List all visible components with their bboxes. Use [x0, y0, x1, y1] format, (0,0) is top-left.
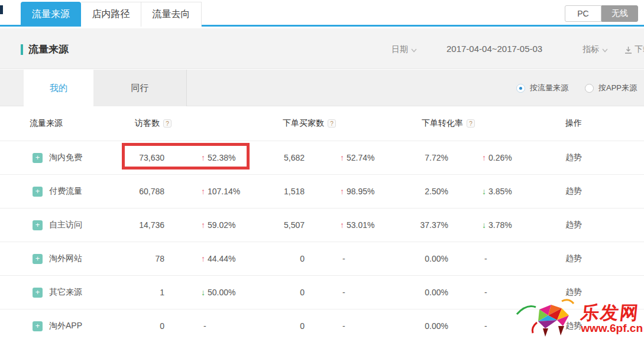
download-button[interactable]: 下载: [624, 44, 644, 55]
conversion-value: 0.00%: [405, 288, 461, 297]
trend-link[interactable]: 趋势: [535, 152, 612, 163]
conversion-change: ↓3.78%: [461, 220, 535, 230]
buyers-value: 1,518: [263, 187, 310, 196]
source-cell: +淘外网站: [0, 253, 118, 264]
source-name: 淘外APP: [49, 321, 82, 331]
trend-link[interactable]: 趋势: [535, 220, 612, 230]
col-header-source: 流量来源: [0, 118, 118, 129]
conversion-value: 0.00%: [405, 254, 461, 263]
subtab-mine[interactable]: 我的: [24, 70, 93, 107]
visitors-change: -: [171, 321, 263, 331]
watermark-site-url: www.6pf.cn: [581, 322, 643, 335]
conversion-change: ↑0.26%: [461, 153, 535, 162]
buyers-value: 5,682: [263, 153, 310, 162]
radio-label: 按APP来源: [598, 83, 637, 93]
conversion-value: 0.00%: [405, 321, 461, 331]
buyers-change: ↑52.74%: [310, 153, 405, 162]
trend-arrow-icon: ↑: [340, 153, 344, 162]
page-header: 流量来源 日期 2017-04-04~2017-05-03 指标 下载: [0, 28, 644, 69]
visitors-value: 14,736: [118, 220, 171, 230]
visitors-value: 0: [118, 321, 171, 331]
radio-by-traffic-source[interactable]: 按流量来源: [516, 83, 568, 93]
buyers-value: 0: [263, 254, 310, 263]
visitors-change: ↑59.02%: [171, 220, 263, 230]
visitors-value: 60,788: [118, 187, 171, 196]
table-row: +自主访问14,736↑59.02%5,507↑53.01%37.37%↓3.7…: [0, 208, 644, 242]
trend-link[interactable]: 趋势: [535, 253, 612, 264]
title-accent-bar: [21, 44, 23, 55]
date-dropdown[interactable]: 日期: [391, 44, 417, 55]
trend-arrow-icon: ↓: [201, 288, 205, 297]
chevron-down-icon: [602, 48, 608, 53]
watermark: 乐发网 www.6pf.cn: [514, 296, 643, 339]
trend-arrow-icon: ↑: [201, 220, 205, 230]
buyers-change: -: [310, 321, 405, 331]
expand-plus-icon[interactable]: +: [33, 254, 43, 264]
buyers-value: 0: [263, 288, 310, 297]
source-name: 淘外网站: [49, 253, 82, 264]
date-range-value[interactable]: 2017-04-04~2017-05-03: [446, 44, 542, 54]
source-mode-radios: 按流量来源 按APP来源: [516, 70, 637, 106]
sub-tab-bar: 我的 同行 按流量来源 按APP来源: [0, 70, 644, 106]
wireless-toggle-button[interactable]: 无线: [601, 5, 638, 22]
table-row: +淘外网站78↑44.44%0-0.00%-趋势: [0, 242, 644, 275]
edge-artifact: [0, 5, 3, 14]
buyers-change: ↑53.01%: [310, 220, 405, 230]
trend-link[interactable]: 趋势: [535, 186, 612, 197]
pc-toggle-button[interactable]: PC: [565, 5, 601, 22]
expand-plus-icon[interactable]: +: [33, 321, 43, 331]
source-name: 自主访问: [49, 220, 82, 230]
trend-arrow-icon: ↑: [340, 187, 344, 196]
radio-label: 按流量来源: [530, 83, 568, 93]
source-cell: +付费流量: [0, 186, 118, 197]
visitors-change: ↑44.44%: [171, 254, 263, 263]
buyers-change: ↑98.95%: [310, 187, 405, 196]
device-toggle: PC 无线: [565, 5, 638, 22]
analytics-page: 流量来源 店内路径 流量去向 PC 无线 流量来源 日期 2017-04-04~…: [0, 0, 644, 339]
expand-plus-icon[interactable]: +: [33, 187, 43, 197]
page-title-text: 流量来源: [28, 43, 69, 56]
download-label: 下载: [635, 44, 644, 55]
metric-dropdown-label: 指标: [582, 44, 599, 55]
radio-by-app-source[interactable]: 按APP来源: [585, 83, 637, 93]
source-cell: +淘内免费: [0, 152, 118, 163]
tab-instore-path[interactable]: 店内路径: [81, 2, 141, 27]
col-header-action: 操作: [535, 118, 612, 129]
col-header-visitors: 访客数 ?: [118, 118, 263, 129]
source-cell: +自主访问: [0, 220, 118, 230]
radio-dot-icon: [585, 84, 594, 93]
trend-arrow-icon: ↑: [201, 254, 205, 263]
conversion-value: 2.50%: [405, 187, 461, 196]
download-icon: [624, 46, 632, 54]
expand-plus-icon[interactable]: +: [33, 288, 43, 298]
help-icon[interactable]: ?: [328, 119, 336, 128]
chevron-down-icon: [411, 48, 417, 53]
trend-arrow-icon: ↑: [340, 220, 344, 230]
radio-dot-icon: [516, 84, 525, 93]
trend-arrow-icon: ↑: [482, 153, 486, 162]
tab-traffic-source[interactable]: 流量来源: [21, 2, 81, 27]
trend-arrow-icon: ↓: [482, 187, 486, 196]
trend-arrow-icon: ↑: [201, 153, 205, 162]
source-name: 淘内免费: [49, 152, 82, 163]
conversion-change: -: [461, 288, 535, 297]
top-tabs: 流量来源 店内路径 流量去向: [21, 2, 202, 27]
visitors-value: 1: [118, 288, 171, 297]
table-header-row: 流量来源 访客数 ? 下单买家数 ? 下单转化率 ? 操作: [0, 106, 644, 141]
top-tab-bar: 流量来源 店内路径 流量去向 PC 无线: [0, 0, 644, 27]
trend-arrow-icon: ↓: [482, 220, 486, 230]
table-row: +淘内免费73,630↑52.38%5,682↑52.74%7.72%↑0.26…: [0, 141, 644, 174]
help-icon[interactable]: ?: [467, 119, 475, 128]
col-header-buyers: 下单买家数 ?: [263, 118, 405, 129]
subtab-peers[interactable]: 同行: [93, 70, 187, 106]
visitors-change: ↓50.00%: [171, 288, 263, 297]
table-row: +付费流量60,788↑107.14%1,518↑98.95%2.50%↓3.8…: [0, 174, 644, 208]
expand-plus-icon[interactable]: +: [33, 153, 43, 163]
help-icon[interactable]: ?: [163, 119, 171, 128]
tab-traffic-destination[interactable]: 流量去向: [141, 2, 202, 27]
expand-plus-icon[interactable]: +: [33, 220, 43, 230]
buyers-change: -: [310, 254, 405, 263]
metric-dropdown[interactable]: 指标: [582, 44, 608, 55]
visitors-value: 78: [118, 254, 171, 263]
conversion-value: 7.72%: [405, 153, 461, 162]
